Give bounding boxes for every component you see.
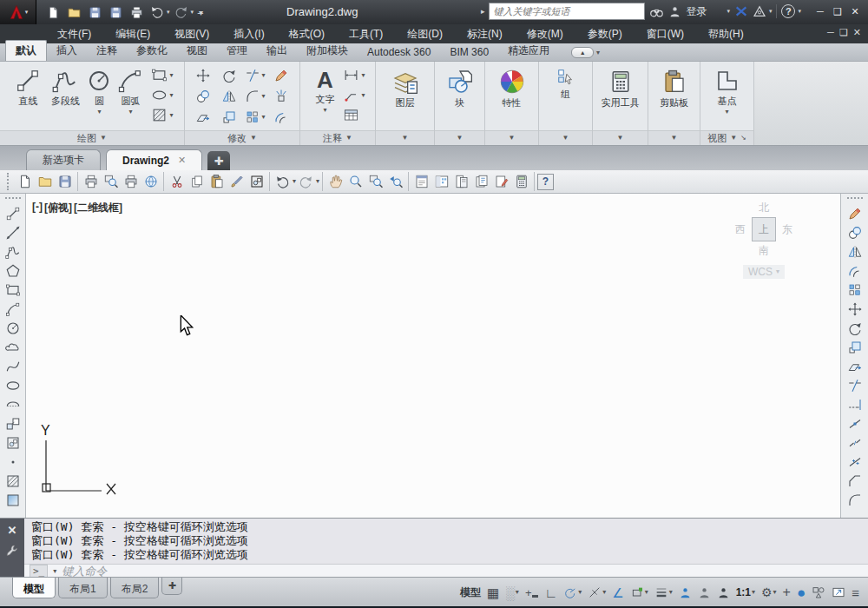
lineweight-toggle[interactable]: ▾ — [654, 585, 673, 599]
draw-revision-cloud-button[interactable] — [3, 338, 23, 357]
modify-panel-footer[interactable]: 修改▼ — [185, 130, 299, 145]
array-button[interactable]: ▾ — [245, 109, 265, 125]
draw-rectangle-button[interactable] — [3, 281, 23, 300]
arc-dropdown-icon[interactable]: ▾ — [128, 109, 132, 116]
viewcube-south[interactable]: 南 — [727, 243, 801, 258]
ellipse-button[interactable]: ▾ — [151, 87, 173, 103]
block-panel-footer[interactable]: ▼ — [435, 130, 484, 145]
ribbon-tab-manage[interactable]: 管理 — [217, 41, 257, 61]
view-panel-launcher-icon[interactable]: ↘ — [740, 135, 746, 142]
view-panel-footer[interactable]: 视图▼↘ — [700, 130, 753, 145]
doc-minimize-button[interactable]: ─ — [827, 27, 834, 38]
annotation-autoscale-toggle[interactable] — [698, 586, 711, 599]
help-button[interactable]: ? — [781, 4, 795, 18]
utilities-button[interactable]: 实用工具 — [595, 65, 645, 109]
ribbon-tab-featured-apps[interactable]: 精选应用 — [498, 41, 559, 61]
hatch-button[interactable]: ▾ — [151, 107, 173, 123]
viewcube[interactable]: 北 西 上 东 南 WCS▾ — [727, 201, 801, 279]
modify-break-at-point-button[interactable] — [845, 414, 865, 433]
signin-dropdown-icon[interactable]: ▾ — [727, 8, 730, 15]
ribbon-collapse-dropdown-icon[interactable]: ▾ — [596, 50, 600, 56]
group-button[interactable]: 组 — [549, 65, 583, 101]
line-button[interactable]: 直线 — [10, 65, 45, 108]
draw-ellipse-button[interactable] — [3, 376, 23, 395]
qat-plot-button[interactable] — [127, 3, 146, 22]
hardware-acceleration-toggle[interactable]: ● — [797, 585, 806, 600]
qat-undo-button[interactable] — [148, 3, 167, 22]
tb-plot-preview-button[interactable] — [101, 172, 121, 192]
model-space-label[interactable]: 模型 — [460, 585, 481, 600]
command-prompt-icon[interactable]: >_ — [30, 565, 48, 578]
mirror-button[interactable] — [221, 89, 237, 104]
customization-menu-button[interactable]: ≡ — [852, 586, 859, 599]
maximize-button[interactable]: ❑ — [830, 3, 845, 19]
file-tab-close-icon[interactable]: ✕ — [178, 155, 186, 166]
draw-toolbar-grip[interactable] — [5, 197, 21, 202]
annotation-scale-person-icon[interactable] — [717, 586, 730, 599]
utilities-panel-footer[interactable]: ▼ — [593, 130, 648, 145]
snap-mode-toggle[interactable]: ░▾ — [505, 586, 519, 599]
infer-constraints-toggle[interactable]: + — [525, 587, 539, 598]
viewport-visual-style-control[interactable]: [二维线框] — [74, 201, 122, 215]
ribbon-tab-insert[interactable]: 插入 — [47, 41, 87, 61]
text-dropdown-icon[interactable]: ▾ — [323, 107, 326, 114]
scale-button[interactable] — [221, 109, 237, 125]
tb-properties-button[interactable] — [411, 172, 431, 192]
search-binoculars-icon[interactable] — [649, 4, 664, 19]
modify-fillet-button[interactable] — [845, 491, 865, 510]
menu-help[interactable]: 帮助(H) — [696, 24, 756, 44]
modify-break-button[interactable] — [845, 433, 865, 453]
trim-button[interactable]: ▾ — [245, 68, 265, 83]
block-button[interactable]: 块 — [440, 65, 480, 109]
tb-plot-button[interactable] — [81, 172, 101, 192]
tb-designcenter-button[interactable] — [431, 172, 451, 192]
redo-dropdown-icon[interactable]: ▾ — [191, 9, 194, 16]
modify-move-button[interactable] — [845, 300, 865, 319]
modify-array-button[interactable] — [845, 281, 865, 300]
tb-pan-button[interactable] — [326, 172, 345, 192]
communication-center-icon[interactable] — [753, 4, 766, 18]
draw-ellipse-arc-button[interactable] — [3, 395, 23, 414]
text-button[interactable]: A文字▾ — [310, 65, 339, 114]
qat-save-button[interactable] — [85, 3, 104, 22]
application-menu-button[interactable]: ▾ — [0, 0, 36, 24]
layout-tab-layout1[interactable]: 布局1 — [58, 578, 108, 598]
tb-markup-button[interactable] — [491, 172, 511, 192]
copy-button[interactable] — [195, 89, 211, 104]
drawing-canvas[interactable]: [-] [俯视] [二维线框] 北 西 上 东 南 WCS▾ Y — [27, 194, 839, 518]
dynamic-input-toggle[interactable]: ▾ — [630, 585, 648, 599]
object-snap-toggle[interactable]: ▾ — [588, 585, 606, 599]
modify-erase-button[interactable] — [845, 204, 865, 223]
tb-help-button[interactable]: ? — [537, 174, 554, 190]
close-button[interactable]: ✕ — [847, 3, 863, 19]
annotation-visibility-toggle[interactable] — [679, 586, 692, 599]
ribbon-collapse-button[interactable]: ▲ — [571, 47, 594, 58]
osnap-3d-toggle[interactable]: ∠ — [612, 586, 623, 599]
table-button[interactable] — [343, 107, 365, 123]
tb-tool-palettes-button[interactable] — [451, 172, 471, 192]
modify-stretch-button[interactable] — [845, 357, 865, 376]
draw-gradient-button[interactable] — [3, 491, 23, 510]
modify-extend-button[interactable] — [845, 395, 865, 414]
layout-tab-layout2[interactable]: 布局2 — [110, 578, 160, 598]
modify-offset-button[interactable] — [845, 261, 865, 281]
menu-draw[interactable]: 绘图(D) — [395, 24, 455, 44]
viewcube-east[interactable]: 东 — [782, 222, 792, 237]
communication-dropdown-icon[interactable]: ▾ — [769, 8, 773, 15]
ribbon-tab-bim360[interactable]: BIM 360 — [440, 43, 498, 61]
tb-open-button[interactable] — [35, 172, 55, 192]
tb-redo-dropdown-icon[interactable]: ▾ — [316, 178, 319, 185]
tb-zoom-window-button[interactable] — [365, 172, 385, 192]
ribbon-tab-output[interactable]: 输出 — [257, 41, 297, 61]
circle-button[interactable]: 圆▾ — [85, 65, 113, 116]
draw-point-button[interactable] — [3, 453, 23, 472]
doc-close-button[interactable]: ✕ — [853, 27, 861, 38]
viewcube-wcs-menu[interactable]: WCS▾ — [743, 265, 785, 279]
modify-scale-button[interactable] — [845, 338, 865, 357]
annotation-panel-footer[interactable]: 注释▼ — [300, 130, 375, 145]
grid-display-toggle[interactable]: ▦ — [487, 586, 499, 599]
draw-insert-block-button[interactable] — [3, 414, 23, 433]
arc-button[interactable]: 圆弧▾ — [113, 65, 148, 116]
draw-spline-button[interactable] — [3, 357, 23, 376]
signin-label[interactable]: 登录 — [686, 4, 707, 19]
